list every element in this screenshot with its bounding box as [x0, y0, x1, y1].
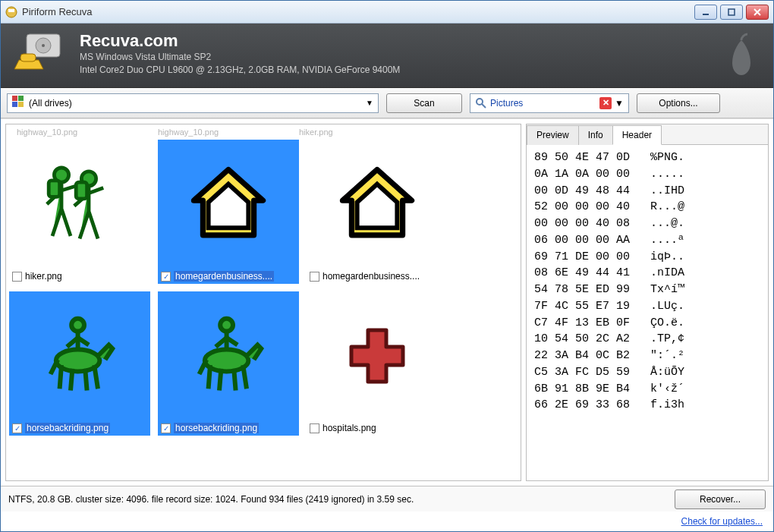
minimize-button[interactable]	[694, 5, 717, 20]
file-checkbox[interactable]: ✓	[12, 423, 22, 433]
svg-rect-17	[76, 182, 87, 199]
thumbnail-image	[9, 140, 150, 269]
thumbnail-label-row: hospitals.png	[307, 420, 448, 436]
check-updates-link[interactable]: Check for updates...	[681, 516, 763, 527]
svg-rect-2	[703, 14, 709, 15]
thumbnail-image	[9, 291, 150, 420]
file-name: homegardenbusiness....	[322, 271, 420, 282]
thumbnail-image	[307, 291, 448, 420]
file-thumbnail[interactable]: hospitals.png	[307, 291, 448, 436]
file-thumbnail[interactable]: hiker.png	[9, 140, 150, 284]
thumbnail-label-row: homegardenbusiness....	[307, 269, 448, 284]
app-window: Piriform Recuva Recuva.com MS Windows Vi…	[0, 0, 774, 532]
close-button[interactable]	[746, 5, 769, 20]
banner: Recuva.com MS Windows Vista Ultimate SP2…	[1, 24, 773, 88]
file-name: horsebackriding.png	[25, 423, 110, 433]
file-thumbnail[interactable]: ✓horsebackriding.png	[9, 291, 150, 436]
options-button[interactable]: Options...	[637, 93, 720, 113]
svg-rect-10	[12, 102, 17, 107]
svg-point-12	[477, 99, 483, 105]
tabs: Preview Info Header	[527, 124, 768, 145]
file-thumbnail[interactable]: ✓homegardenbusiness....	[158, 140, 299, 284]
tab-preview[interactable]: Preview	[527, 125, 579, 145]
svg-rect-11	[18, 102, 24, 107]
chevron-down-icon: ▼	[366, 99, 373, 107]
window-title: Piriform Recuva	[22, 6, 694, 17]
file-thumbnail[interactable]: homegardenbusiness....	[307, 140, 448, 284]
details-pane: Preview Info Header 89 50 4E 47 0D %PNG.…	[526, 124, 769, 481]
maximize-button[interactable]	[720, 5, 743, 20]
svg-rect-1	[8, 9, 14, 12]
titlebar: Piriform Recuva	[1, 1, 773, 24]
cutoff-row: highway_10.png highway_10.png hiker.png	[9, 127, 518, 137]
file-checkbox[interactable]	[310, 423, 319, 433]
file-scroll[interactable]: highway_10.png highway_10.png hiker.png …	[6, 124, 521, 480]
recover-button[interactable]: Recover...	[675, 490, 766, 509]
content-area: highway_10.png highway_10.png hiker.png …	[1, 118, 773, 486]
file-thumbnail[interactable]: ✓horsebackriding.png	[158, 291, 299, 436]
file-checkbox[interactable]	[12, 272, 22, 282]
thumbnail-label-row: ✓homegardenbusiness....	[158, 269, 299, 284]
file-checkbox[interactable]	[310, 272, 319, 282]
tab-header[interactable]: Header	[612, 125, 662, 145]
svg-point-20	[220, 319, 233, 332]
thumbnail-image	[158, 140, 299, 269]
svg-point-6	[42, 44, 45, 47]
thumbnail-image	[307, 140, 448, 269]
thumbnail-label-row: hiker.png	[9, 269, 150, 284]
svg-rect-7	[20, 54, 36, 61]
chevron-down-icon[interactable]: ▼	[615, 98, 624, 109]
filter-box[interactable]: Pictures ✕ ▼	[470, 93, 629, 113]
toolbar: (All drives) ▼ Scan Pictures ✕ ▼ Options…	[1, 88, 773, 118]
file-checkbox[interactable]: ✓	[161, 423, 171, 433]
svg-rect-3	[728, 9, 735, 15]
thumbnail-grid: hiker.png✓homegardenbusiness....homegard…	[9, 140, 518, 436]
status-bar: NTFS, 20.8 GB. cluster size: 4096. file …	[1, 486, 773, 512]
file-name: hospitals.png	[322, 423, 376, 433]
svg-line-13	[482, 104, 486, 108]
clear-filter-icon[interactable]: ✕	[599, 97, 612, 109]
file-name: hiker.png	[25, 271, 62, 282]
options-label: Options...	[659, 98, 697, 109]
file-name: horsebackriding.png	[174, 423, 259, 433]
file-checkbox[interactable]: ✓	[161, 272, 171, 282]
search-icon	[475, 97, 487, 109]
scan-button[interactable]: Scan	[386, 93, 462, 113]
windows-flag-icon	[12, 96, 24, 110]
banner-sys2: Intel Core2 Duo CPU L9600 @ 2.13GHz, 2.0…	[80, 64, 400, 77]
app-icon	[5, 6, 17, 18]
banner-title: Recuva.com	[80, 31, 400, 51]
link-bar: Check for updates...	[1, 512, 773, 531]
svg-rect-15	[49, 181, 59, 197]
thumbnail-image	[158, 291, 299, 420]
status-text: NTFS, 20.8 GB. cluster size: 4096. file …	[8, 494, 667, 505]
svg-rect-8	[12, 96, 17, 101]
banner-logo	[13, 31, 68, 77]
hex-dump[interactable]: 89 50 4E 47 0D %PNG. 0A 1A 0A 00 00 ....…	[527, 145, 768, 480]
banner-sys1: MS Windows Vista Ultimate SP2	[80, 51, 400, 64]
svg-point-18	[71, 319, 84, 332]
drives-dropdown[interactable]: (All drives) ▼	[7, 93, 379, 113]
recover-label: Recover...	[700, 494, 741, 505]
thumbnail-label-row: ✓horsebackriding.png	[9, 420, 150, 436]
drives-text: (All drives)	[29, 98, 361, 109]
pear-icon	[725, 31, 758, 79]
scan-label: Scan	[414, 98, 434, 109]
filter-text: Pictures	[490, 98, 596, 109]
file-list-pane: highway_10.png highway_10.png hiker.png …	[5, 124, 521, 481]
file-name: homegardenbusiness....	[174, 271, 274, 282]
thumbnail-label-row: ✓horsebackriding.png	[158, 420, 299, 436]
tab-info[interactable]: Info	[578, 125, 613, 145]
svg-rect-9	[18, 96, 24, 101]
